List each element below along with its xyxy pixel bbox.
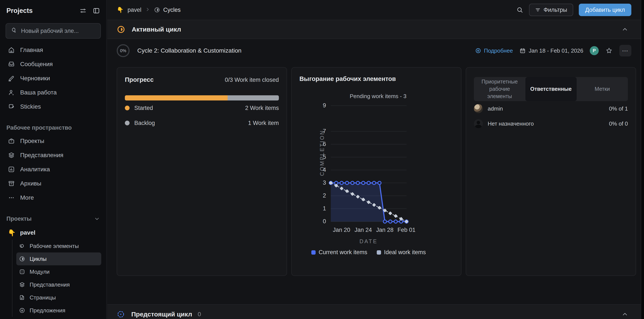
legend-item-ideal: Ideal work items — [377, 249, 426, 256]
sidebar-item-modules[interactable]: Модули — [16, 265, 101, 278]
legend-item-current: Current work items — [311, 249, 367, 256]
add-cycle-button[interactable]: Добавить цикл — [579, 4, 631, 16]
progress-legend-row-backlog: Backlog 1 Work item — [125, 116, 279, 131]
progress-card-title: Прогресс — [125, 76, 154, 83]
layers-icon — [19, 281, 25, 288]
ellipsis-icon — [8, 194, 15, 201]
no-assignee-avatar-icon — [474, 119, 483, 128]
filter-icon — [535, 7, 540, 13]
sidebar-item-home[interactable]: Главная — [5, 43, 101, 57]
chart-legend: Current work items Ideal work items — [311, 249, 426, 256]
intake-icon — [19, 307, 25, 314]
briefcase-icon — [8, 137, 15, 145]
sliders-icon[interactable] — [79, 7, 87, 14]
project-emoji: 👇 — [117, 7, 124, 13]
tab-priority-work-items[interactable]: Приоритетные рабочие элементы — [474, 77, 525, 101]
sidebar-item-stickies[interactable]: Stickies — [5, 100, 101, 114]
module-icon — [19, 268, 25, 275]
panel-left-icon[interactable] — [93, 7, 100, 14]
avatar[interactable]: P — [590, 46, 599, 55]
sidebar-item-more[interactable]: More — [5, 191, 101, 205]
cycle-progress-badge: 0% — [117, 44, 130, 57]
home-icon — [8, 46, 15, 54]
y-tick-label: 0 — [313, 218, 326, 225]
chevron-down-icon[interactable] — [94, 216, 100, 222]
sidebar-item-project-views[interactable]: Представления — [16, 278, 101, 291]
y-tick-label: 2 — [313, 192, 326, 199]
more-options-button[interactable]: … — [619, 45, 631, 57]
sidebar-item-cycles[interactable]: Циклы — [16, 252, 101, 265]
sidebar-item-label: Аналитика — [20, 166, 50, 173]
breadcrumb-project[interactable]: pavel — [128, 7, 141, 13]
main-area: 👇 pavel Cycles — [107, 0, 641, 319]
x-tick-label: Jan 20 — [333, 227, 350, 233]
chevron-up-icon[interactable] — [622, 26, 628, 33]
project-item-pavel[interactable]: 👇 pavel — [5, 226, 101, 240]
section-title: Предстоящий цикл — [131, 311, 192, 318]
layers-icon — [8, 152, 15, 159]
sidebar-item-your-work[interactable]: Ваша работа — [5, 85, 101, 100]
new-work-item-button[interactable]: Новый рабочий эле... — [6, 23, 101, 39]
sidebar-item-intake[interactable]: Предложения — [16, 304, 101, 317]
y-tick-label: 9 — [313, 102, 326, 109]
search-icon[interactable] — [516, 6, 524, 14]
y-tick-label: 6 — [313, 141, 326, 147]
cycle-name[interactable]: Cycle 2: Collaboration & Customization — [137, 47, 475, 54]
cycle-icon — [154, 7, 160, 13]
new-work-item-label: Новый рабочий эле... — [21, 28, 79, 34]
sidebar-item-drafts[interactable]: Черновики — [5, 71, 101, 85]
sidebar-item-label: Главная — [20, 47, 43, 54]
active-cycle-icon — [117, 25, 125, 34]
cycle-details-link[interactable]: Подробнее — [475, 48, 513, 54]
y-tick-label: 3 — [313, 179, 326, 186]
sidebar-item-pages[interactable]: Страницы — [16, 291, 101, 304]
tab-assignees[interactable]: Ответственные — [525, 77, 577, 101]
filters-button[interactable]: Фильтры — [529, 4, 573, 16]
burndown-card: Выгорание рабочих элементов Pending work… — [291, 67, 462, 276]
x-axis-title: DATE — [331, 238, 406, 244]
x-tick-label: Feb 01 — [398, 227, 416, 233]
project-emoji: 👇 — [8, 229, 16, 237]
sidebar-item-inbox[interactable]: Сообщения — [5, 57, 101, 71]
active-cycle-section-header[interactable]: Активный цикл — [107, 20, 641, 39]
progress-card: Прогресс 0/3 Work item closed Started 2 … — [117, 67, 287, 276]
sidebar-item-label: Страницы — [30, 294, 56, 301]
upcoming-cycle-icon — [117, 310, 125, 318]
sidebar-item-projects[interactable]: Проекты — [5, 134, 101, 148]
cycle-date-range[interactable]: Jan 18 - Feb 01, 2026 — [519, 48, 583, 54]
sidebar-item-label: Сообщения — [20, 61, 53, 68]
current-swatch-icon — [311, 250, 316, 255]
project-name: pavel — [20, 229, 36, 236]
sidebar-item-label: Рабочие элементы — [30, 243, 79, 249]
sidebar-item-label: Предложения — [30, 307, 66, 314]
inbox-icon — [8, 61, 15, 68]
assignees-card: Приоритетные рабочие элементы Ответствен… — [466, 67, 636, 276]
sidebar-item-archives[interactable]: Архивы — [5, 176, 101, 191]
sticky-note-icon — [8, 103, 15, 110]
project-subnav: Рабочие элементы Циклы Модули — [12, 240, 101, 317]
sidebar-item-label: Ваша работа — [20, 89, 57, 96]
chevron-up-icon[interactable] — [622, 311, 628, 318]
sidebar-item-views[interactable]: Представления — [5, 148, 101, 162]
tab-labels[interactable]: Метки — [577, 77, 628, 101]
progress-bar-fill — [125, 95, 228, 101]
assignee-row[interactable]: admin 0% of 1 — [474, 101, 628, 116]
burndown-card-title: Выгорание рабочих элементов — [300, 75, 396, 82]
breadcrumb: 👇 pavel Cycles — [117, 7, 516, 13]
upcoming-cycle-section-header[interactable]: Предстоящий цикл 0 — [107, 304, 641, 319]
sidebar-item-label: Представления — [30, 281, 70, 288]
projects-section-label[interactable]: Проекты — [5, 212, 101, 225]
sidebar-item-work-items[interactable]: Рабочие элементы — [16, 240, 101, 252]
sidebar: Projects Новый рабочий эле... Гла — [0, 0, 107, 319]
assignee-row[interactable]: Нет назначенного 0% of 0 — [474, 116, 628, 131]
sidebar-item-label: Проекты — [20, 138, 44, 144]
scrollbar-gutter — [641, 0, 644, 319]
cycle-list-row[interactable]: 0% Cycle 2: Collaboration & Customizatio… — [107, 39, 641, 62]
eye-icon — [475, 48, 482, 54]
sidebar-item-analytics[interactable]: Аналитика — [5, 162, 101, 176]
cycle-icon — [19, 256, 25, 262]
star-icon[interactable] — [605, 47, 613, 55]
progress-legend-row-started: Started 2 Work items — [125, 101, 279, 116]
y-tick-label: 4 — [313, 167, 326, 173]
y-tick-label: 5 — [313, 154, 326, 160]
